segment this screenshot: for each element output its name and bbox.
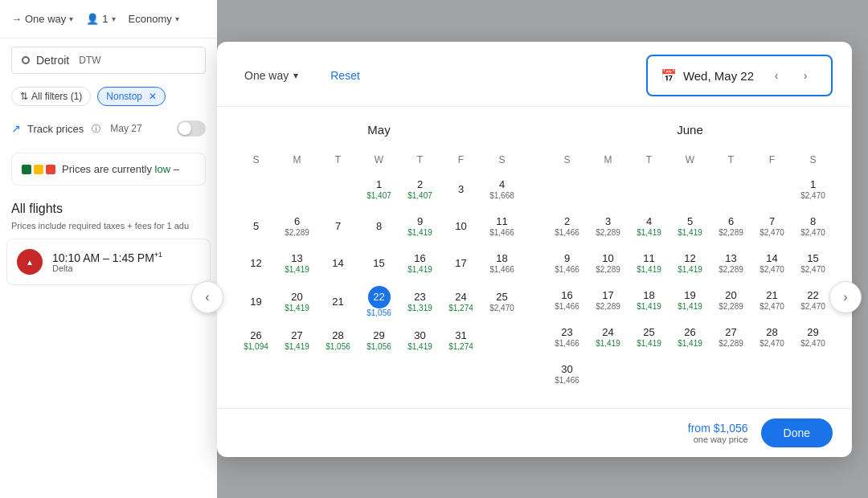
day-cell[interactable]: 19 [236,283,276,321]
day-price: $2,289 [719,265,743,275]
day-number: 10 [455,220,466,233]
day-cell[interactable]: 25$2,470 [482,283,522,321]
day-cell[interactable]: 6$2,289 [277,209,317,244]
day-cell[interactable]: 29$1,056 [359,323,399,358]
day-cell[interactable]: 28$2,470 [752,320,792,355]
day-cell[interactable]: 24$1,419 [588,320,628,355]
trip-type-selector[interactable]: → One way ▾ [11,13,73,25]
flight-airline: Delta [52,263,162,273]
cabin-class-selector[interactable]: Economy ▾ [129,13,179,25]
track-toggle[interactable] [177,120,206,137]
calendar-next-button[interactable]: › [829,281,862,313]
day-cell[interactable]: 11$1,466 [482,209,522,244]
day-cell[interactable]: 4$1,668 [482,172,522,207]
day-number: 14 [766,252,777,265]
day-price: $1,274 [448,342,473,352]
day-cell[interactable]: 31$1,274 [441,323,481,358]
day-cell[interactable]: 9$1,419 [400,209,440,244]
day-cell[interactable]: 17 [441,246,481,281]
day-header: M [588,149,628,170]
done-button[interactable]: Done [761,418,833,447]
day-price: $1,419 [637,302,661,312]
day-cell[interactable]: 1$1,407 [359,172,399,207]
origin-input[interactable]: Detroit DTW [11,47,206,74]
day-cell[interactable]: 2$1,466 [547,209,587,244]
day-cell[interactable]: 5 [236,209,276,244]
day-cell[interactable]: 19$1,419 [670,283,710,318]
day-cell[interactable]: 3$2,289 [588,209,628,244]
day-cell[interactable]: 20$2,289 [711,283,751,318]
nonstop-close-icon[interactable]: ✕ [149,91,157,102]
day-cell[interactable]: 8 [359,209,399,244]
next-date-button[interactable]: › [792,63,818,88]
day-price: $1,319 [407,304,432,313]
day-number: 13 [725,252,736,265]
sidebar: → One way ▾ 👤 1 ▾ Economy ▾ Detroit DTW … [0,0,217,498]
day-cell[interactable]: 30$1,419 [400,323,440,358]
day-cell[interactable]: 18$1,419 [629,283,669,318]
day-cell[interactable]: 16$1,466 [547,283,587,318]
day-cell[interactable]: 21$2,470 [752,283,792,318]
day-cell[interactable]: 18$1,466 [482,246,522,281]
day-cell[interactable]: 15$2,470 [793,246,833,281]
day-price: $1,466 [555,376,579,386]
day-cell[interactable]: 30$1,466 [547,357,587,392]
day-cell[interactable]: 4$1,419 [629,209,669,244]
passengers-selector[interactable]: 👤 1 ▾ [86,13,115,25]
day-cell[interactable]: 8$2,470 [793,209,833,244]
flight-card[interactable]: ▲ 10:10 AM – 1:45 PM+1 Delta [6,239,211,285]
day-cell[interactable]: 24$1,274 [441,283,481,321]
day-cell[interactable]: 2$1,407 [400,172,440,207]
day-price: $1,056 [366,342,391,352]
june-title: June [547,123,833,137]
day-cell[interactable]: 22$2,470 [793,283,833,318]
day-number: 11 [496,215,507,228]
day-cell[interactable]: 10$2,289 [588,246,628,281]
day-cell[interactable]: 14$2,470 [752,246,792,281]
day-cell[interactable]: 27$1,419 [277,323,317,358]
day-cell[interactable]: 7$2,470 [752,209,792,244]
day-cell[interactable]: 11$1,419 [629,246,669,281]
day-cell[interactable]: 10 [441,209,481,244]
day-cell[interactable]: 13$1,419 [277,246,317,281]
day-cell[interactable]: 3 [441,172,481,207]
calendar-prev-button[interactable]: ‹ [191,281,223,313]
day-cell[interactable]: 23$1,319 [400,283,440,321]
modal-trip-type[interactable]: One way ▾ [236,64,306,87]
day-cell[interactable]: 16$1,419 [400,246,440,281]
all-filters-button[interactable]: ⇅ All filters (1) [11,87,91,106]
day-cell[interactable]: 22$1,056 [359,283,399,321]
day-cell[interactable]: 26$1,419 [670,320,710,355]
reset-button[interactable]: Reset [322,64,368,87]
nonstop-chip[interactable]: Nonstop ✕ [97,87,166,106]
day-cell[interactable]: 15 [359,246,399,281]
day-cell[interactable]: 26$1,094 [236,323,276,358]
day-cell[interactable]: 23$1,466 [547,320,587,355]
day-cell[interactable]: 1$2,470 [793,172,833,207]
day-cell[interactable]: 9$1,466 [547,246,587,281]
prices-low-label: low [155,163,171,175]
day-number: 12 [684,252,695,265]
prev-date-button[interactable]: ‹ [764,63,789,88]
day-cell[interactable]: 17$2,289 [588,283,628,318]
day-cell[interactable]: 28$1,056 [318,323,358,358]
day-cell[interactable]: 12 [236,246,276,281]
day-cell[interactable]: 14 [318,246,358,281]
day-cell[interactable]: 5$1,419 [670,209,710,244]
day-cell[interactable]: 6$2,289 [711,209,751,244]
day-cell[interactable]: 21 [318,283,358,321]
day-price: $1,419 [285,265,309,275]
day-cell[interactable]: 7 [318,209,358,244]
day-cell[interactable]: 27$2,289 [711,320,751,355]
day-cell[interactable]: 12$1,419 [670,246,710,281]
flight-times: 10:10 AM – 1:45 PM+1 [52,251,162,264]
day-cell[interactable]: 20$1,419 [277,283,317,321]
day-cell[interactable]: 29$2,470 [793,320,833,355]
day-header: T [629,149,669,170]
day-number: 24 [602,326,613,339]
arrow-right-icon: → [11,13,22,25]
day-cell[interactable]: 13$2,289 [711,246,751,281]
date-display[interactable]: 📅 Wed, May 22 ‹ › [646,55,833,96]
day-number: 27 [291,329,302,342]
day-cell[interactable]: 25$1,419 [629,320,669,355]
